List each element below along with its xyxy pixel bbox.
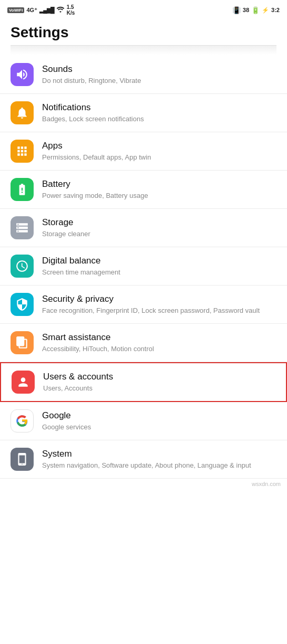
settings-item-smart-assistance[interactable]: Smart assistance Accessibility, HiTouch,… [0, 324, 287, 362]
digital-balance-icon [11, 255, 34, 278]
smart-assistance-subtitle: Accessibility, HiTouch, Motion control [42, 344, 276, 354]
status-right: 📳 38 🔋 ⚡ 3:2 [232, 6, 280, 14]
apps-subtitle: Permissions, Default apps, App twin [42, 153, 276, 162]
sounds-title: Sounds [42, 64, 276, 75]
battery-percentage: 38 [243, 7, 249, 13]
sounds-text: Sounds Do not disturb, Ringtone, Vibrate [42, 64, 276, 86]
security-text: Security & privacy Face recognition, Fin… [42, 293, 276, 315]
smart-assistance-text: Smart assistance Accessibility, HiTouch,… [42, 332, 276, 354]
battery-title: Battery [42, 178, 276, 190]
digital-balance-subtitle: Screen time management [42, 268, 276, 277]
scroll-fade [11, 45, 276, 55]
settings-item-security[interactable]: Security & privacy Face recognition, Fin… [0, 286, 287, 324]
storage-subtitle: Storage cleaner [42, 229, 276, 239]
signal-bars: ▂▄▆█ [39, 7, 54, 14]
settings-list: Sounds Do not disturb, Ringtone, Vibrate… [0, 56, 287, 479]
settings-item-apps[interactable]: Apps Permissions, Default apps, App twin [0, 132, 287, 171]
notifications-icon [11, 101, 34, 124]
time-display: 3:2 [271, 7, 280, 13]
users-accounts-subtitle: Users, Accounts [43, 384, 275, 393]
system-text: System System navigation, Software updat… [42, 448, 276, 470]
settings-item-users-accounts[interactable]: Users & accounts Users, Accounts [0, 362, 287, 402]
google-icon [11, 409, 34, 432]
status-bar: VoWiFi 4G⁺ ▂▄▆█ 1.5K/s 📳 38 🔋 ⚡ 3:2 [0, 0, 287, 19]
vibrate-icon: 📳 [232, 6, 241, 14]
notifications-title: Notifications [42, 102, 276, 113]
notifications-text: Notifications Badges, Lock screen notifi… [42, 102, 276, 124]
watermark: wsxdn.com [0, 479, 287, 489]
google-subtitle: Google services [42, 423, 276, 432]
page-header: Settings [0, 19, 287, 45]
smart-assistance-icon [11, 331, 34, 354]
security-subtitle: Face recognition, Fingerprint ID, Lock s… [42, 306, 276, 315]
system-icon [11, 448, 34, 471]
system-title: System [42, 448, 276, 460]
digital-balance-text: Digital balance Screen time management [42, 255, 276, 277]
settings-item-notifications[interactable]: Notifications Badges, Lock screen notifi… [0, 94, 287, 132]
digital-balance-title: Digital balance [42, 255, 276, 267]
page-title: Settings [11, 24, 276, 41]
settings-item-system[interactable]: System System navigation, Software updat… [0, 440, 287, 479]
settings-item-battery[interactable]: Battery Power saving mode, Battery usage [0, 171, 287, 209]
network-type: 4G⁺ [26, 7, 37, 14]
settings-item-storage[interactable]: Storage Storage cleaner [0, 209, 287, 247]
wifi-icon [56, 6, 65, 14]
security-title: Security & privacy [42, 293, 276, 305]
apps-icon [11, 140, 34, 163]
vowifi-indicator: VoWiFi [7, 7, 24, 13]
status-left: VoWiFi 4G⁺ ▂▄▆█ 1.5K/s [7, 4, 75, 16]
battery-icon: 🔋 [251, 6, 260, 14]
settings-item-sounds[interactable]: Sounds Do not disturb, Ringtone, Vibrate [0, 56, 287, 94]
storage-title: Storage [42, 217, 276, 228]
notifications-subtitle: Badges, Lock screen notifications [42, 114, 276, 124]
storage-text: Storage Storage cleaner [42, 217, 276, 239]
google-title: Google [42, 410, 276, 421]
battery-text: Battery Power saving mode, Battery usage [42, 178, 276, 200]
battery-subtitle: Power saving mode, Battery usage [42, 191, 276, 200]
smart-assistance-title: Smart assistance [42, 332, 276, 343]
settings-item-google[interactable]: Google Google services [0, 402, 287, 440]
apps-text: Apps Permissions, Default apps, App twin [42, 140, 276, 162]
storage-icon [11, 216, 34, 239]
users-accounts-text: Users & accounts Users, Accounts [43, 371, 275, 393]
settings-item-digital-balance[interactable]: Digital balance Screen time management [0, 247, 287, 286]
apps-title: Apps [42, 140, 276, 152]
sounds-icon [11, 63, 34, 86]
battery-icon [11, 178, 34, 201]
google-text: Google Google services [42, 410, 276, 432]
users-accounts-title: Users & accounts [43, 371, 275, 383]
security-icon [11, 293, 34, 316]
charging-icon: ⚡ [262, 7, 269, 14]
sounds-subtitle: Do not disturb, Ringtone, Vibrate [42, 76, 276, 86]
system-subtitle: System navigation, Software update, Abou… [42, 461, 276, 470]
users-accounts-icon [12, 371, 35, 394]
speed-indicator: 1.5K/s [67, 4, 75, 16]
